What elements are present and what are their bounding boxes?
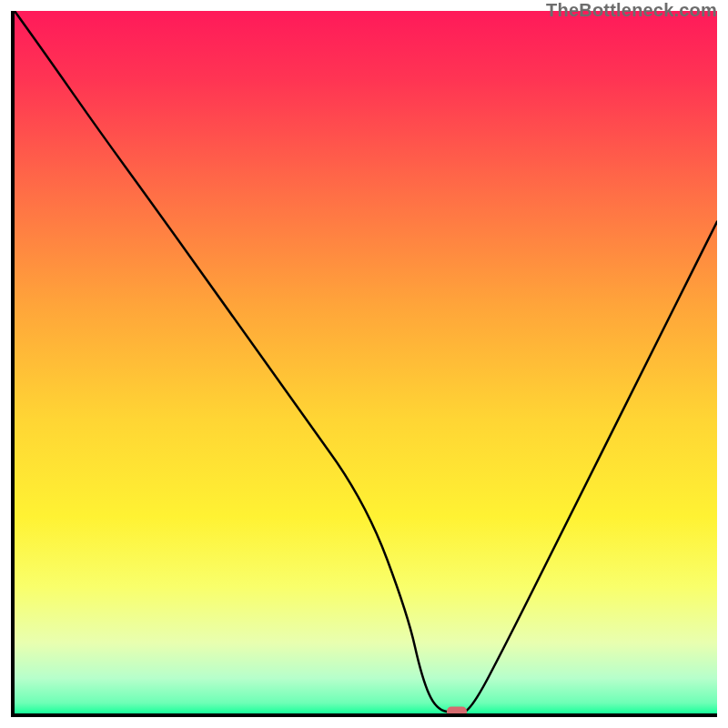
chart-container: TheBottleneck.com bbox=[0, 0, 728, 728]
plot-area bbox=[11, 11, 717, 717]
watermark-text: TheBottleneck.com bbox=[546, 0, 717, 21]
bottleneck-curve bbox=[15, 11, 717, 713]
optimal-marker bbox=[447, 707, 467, 717]
